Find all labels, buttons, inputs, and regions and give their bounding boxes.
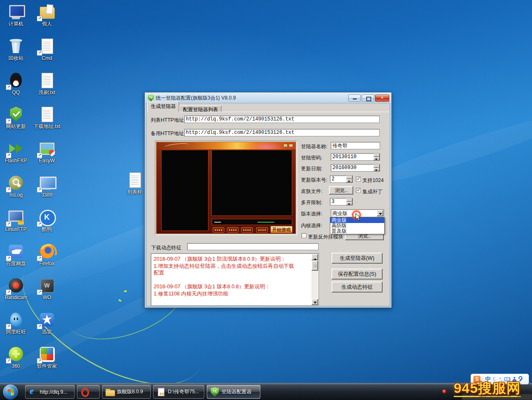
backup-http-input[interactable] — [184, 129, 380, 136]
softmgr-icon: ↗ — [38, 345, 56, 363]
taskbar-button-opera[interactable] — [77, 385, 100, 399]
shortcut-arrow-icon: ↗ — [37, 256, 42, 261]
shortcut-arrow-icon: ↗ — [6, 290, 11, 295]
desktop-icon-网站更新[interactable]: ↗网站更新 — [2, 105, 30, 129]
linuxftp-icon: ↗ — [7, 208, 25, 226]
shield-icon: ↗ — [7, 105, 25, 123]
desktop-icon-计算机[interactable]: 计算机 — [2, 3, 30, 27]
textfile-icon — [38, 105, 56, 123]
skin-minimize-icon — [283, 144, 288, 147]
desktop-icon-label: 假人 — [33, 21, 61, 27]
maximize-button[interactable] — [362, 95, 374, 102]
textfile-icon — [38, 71, 56, 90]
desktop-icon-EasyW[interactable]: ↗EasyW — [33, 139, 61, 164]
desktop-icon-3389[interactable]: ↗3389 — [33, 174, 61, 198]
window-client-area: 生成登陆器配置登陆器列表 列表HTTP地址 备用HTTP地址 — [146, 103, 390, 306]
dropdown-option-普及版[interactable]: 普及版 — [330, 228, 384, 234]
desktop-icon-酷狗[interactable]: ↗酷狗 — [33, 208, 61, 232]
taskbar-button-D:\传奇帮75...[interactable]: D:\传奇帮75... — [153, 385, 204, 399]
desktop-icon-360[interactable]: ↗360 — [2, 345, 30, 369]
minimize-button[interactable] — [348, 95, 361, 102]
shortcut-arrow-icon: ↗ — [6, 153, 11, 158]
mouse-cursor — [355, 213, 361, 223]
log-line: 1.增加支持动态特征登陆器，点击生成动态按钮后再自动下载 — [154, 263, 309, 270]
date-spinner[interactable] — [331, 164, 380, 172]
skin-button — [241, 227, 253, 233]
name-input[interactable] — [331, 142, 380, 149]
version-number-spinner[interactable] — [330, 175, 353, 183]
desktop-icon-WO[interactable]: ↗WO — [33, 276, 61, 300]
taskbar-button-登陆器配置器[interactable]: 登陆器配置器 — [207, 385, 260, 399]
desktop-icon-LinuxFTP[interactable]: ↗LinuxFTP — [2, 208, 30, 232]
skin-server-list-panel — [161, 150, 208, 231]
desktop-icon-QQ[interactable]: ↗QQ — [2, 71, 30, 95]
desktop-icon-label: 3389 — [33, 192, 61, 198]
flashfxp-icon: ↗ — [7, 139, 25, 158]
log-scrollbar[interactable] — [311, 254, 318, 305]
desktop-icon-IisLog[interactable]: ↗IisLog — [2, 174, 30, 198]
desktop-icon-阿里旺旺[interactable]: ↗阿里旺旺 — [2, 310, 30, 335]
skin-status-bar — [212, 219, 292, 225]
multi-open-spinner[interactable] — [330, 198, 353, 205]
folder-icon: ↗ — [38, 3, 56, 21]
multi-open-label: 多开限制: — [301, 199, 322, 206]
shortcut-arrow-icon: ↗ — [37, 290, 42, 295]
patch-checkbox[interactable] — [356, 188, 361, 193]
windows-flag-icon — [8, 389, 10, 392]
kugou-icon: ↗ — [38, 208, 56, 226]
scroll-down-icon[interactable] — [311, 299, 318, 305]
xunlei-icon: ↗ — [38, 310, 56, 329]
desktop-icon-label: Firefox — [33, 261, 61, 267]
desktop-icon-迅雷[interactable]: ↗迅雷 — [33, 310, 61, 335]
window-titlebar[interactable]: TE 统一登陆器配置(旗舰版3合1) V8.0.9 — [146, 93, 390, 103]
desktop-icon-百度网盘[interactable]: ↗百度网盘 — [2, 242, 30, 267]
tray-red-icon[interactable] — [442, 389, 447, 394]
desktop-icon-下载地址.txt[interactable]: 下载地址.txt — [33, 105, 61, 129]
launcher-config-window: TE 统一登陆器配置(旗舰版3合1) V8.0.9 生成登陆器配置登陆器列表 列… — [144, 92, 392, 308]
desktop-icon-label: IisLog — [2, 192, 30, 198]
log-line: 2016-09-07 （旗舰版 3合1 防流氓版本8.0.9）更新说明： — [154, 256, 309, 263]
start-button[interactable] — [3, 385, 18, 400]
skin-browse-button[interactable]: 浏览.. — [329, 186, 353, 195]
desktop-icon-Firefox[interactable]: ↗Firefox — [33, 242, 61, 267]
desktop-icon-假人[interactable]: ↗假人 — [33, 3, 61, 27]
desktop-icon-回收站[interactable]: 回收站 — [2, 37, 30, 61]
scroll-up-icon[interactable] — [311, 254, 318, 260]
password-spinner[interactable] — [331, 153, 380, 161]
anti-hack-label: 更新反外挂模块 — [308, 233, 343, 241]
tab-page-generate: 列表HTTP地址 备用HTTP地址 — [147, 112, 389, 305]
support-1024-checkbox[interactable] — [356, 177, 361, 182]
kernel-select-label: 内核选择: — [301, 222, 322, 229]
baidupan-icon: ↗ — [7, 242, 25, 261]
skin-button — [256, 227, 268, 233]
launcher-skin-preview: 开始游戏 — [155, 141, 297, 235]
generate-launcher-button[interactable]: 生成登陆器(W) — [332, 253, 383, 264]
desktop-icon-Bandicam[interactable]: ↗Bandicam — [2, 276, 30, 300]
desktop-icon-Cmd[interactable]: ↗Cmd — [33, 37, 61, 61]
shortcut-arrow-icon: ↗ — [6, 256, 11, 261]
desktop: 计算机↗假人回收站↗Cmd↗QQ洗刷.txt↗网站更新下载地址.txt↗Flas… — [0, 0, 532, 400]
taskbar-button-http://dlq.9...[interactable]: http://dlq.9... — [25, 385, 75, 399]
desktop-icon-软件管家[interactable]: ↗软件管家 — [33, 345, 61, 369]
monitor-icon: ↗ — [38, 174, 56, 192]
list-http-label: 列表HTTP地址 — [151, 117, 184, 124]
desktop-icon-FlashFXP[interactable]: ↗FlashFXP — [2, 139, 30, 164]
log-line: 配置 — [154, 269, 309, 277]
list-http-input[interactable] — [184, 115, 380, 123]
taskbar-button-旗舰版8.0.9[interactable]: 旗舰版8.0.9 — [102, 385, 151, 399]
scrollbar-thumb[interactable] — [311, 261, 318, 271]
tab-configure-launcher-list[interactable]: 配置登陆器列表 — [180, 105, 221, 112]
anti-hack-checkbox[interactable] — [301, 233, 306, 238]
skin-browser-panel — [211, 150, 292, 216]
combobox-dropdown-icon[interactable] — [377, 210, 383, 216]
window-title: 统一登陆器配置(旗舰版3合1) V8.0.9 — [156, 95, 348, 102]
skin-close-icon — [289, 144, 293, 147]
close-button[interactable] — [375, 95, 389, 102]
generate-dynamic-feature-button[interactable]: 生成动态特征 — [332, 282, 383, 292]
feature-input[interactable] — [187, 243, 319, 250]
tab-generate-launcher[interactable]: 生成登陆器 — [147, 102, 179, 112]
save-config-button[interactable]: 保存配置信息(S) — [332, 269, 383, 279]
desktop-icon-洗刷.txt[interactable]: 洗刷.txt — [33, 71, 61, 95]
skin-canvas: 开始游戏 — [156, 142, 296, 234]
textfile-icon: ↗ — [38, 37, 56, 55]
